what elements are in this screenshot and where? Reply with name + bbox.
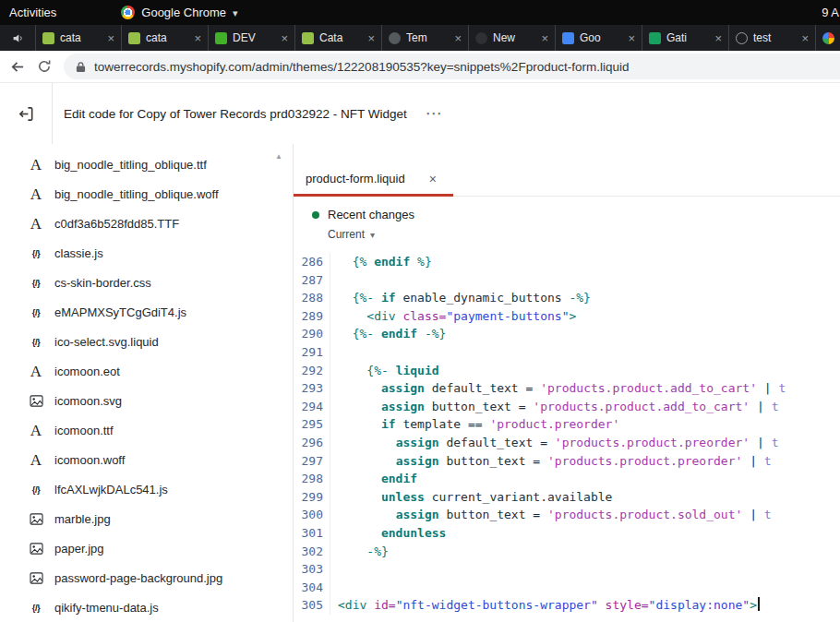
code-text: if template == 'product.preorder': [330, 415, 619, 434]
file-name: eMAPMXSyTCgGdiT4.js: [54, 305, 186, 319]
code-line[interactable]: 294 assign button_text = 'products.produ…: [294, 398, 840, 416]
code-line[interactable]: 304: [294, 579, 840, 597]
file-name: icomoon.eot: [54, 365, 120, 378]
browser-tab[interactable]: cata: [122, 25, 209, 51]
file-name: ico-select.svg.liquid: [54, 335, 159, 349]
browser-tab[interactable]: Goo: [556, 25, 642, 51]
code-line[interactable]: 286 {% endif %}: [294, 253, 840, 271]
tab-title: DEV: [233, 31, 275, 44]
file-item[interactable]: {/}ico-select.svg.liquid: [0, 327, 293, 356]
line-number: 302: [294, 543, 330, 561]
code-line[interactable]: 288 {%- if enable_dynamic_buttons -%}: [294, 289, 840, 307]
browser-tab[interactable]: [816, 25, 840, 51]
file-item[interactable]: {/}classie.js: [0, 238, 293, 268]
code-text: {% endif %}: [330, 253, 432, 271]
code-editor[interactable]: 286 {% endif %}287288 {%- if enable_dyna…: [294, 250, 840, 622]
code-line[interactable]: 291: [294, 343, 840, 362]
tab-close-icon[interactable]: [541, 31, 548, 45]
file-item[interactable]: icomoon.svg: [0, 386, 293, 415]
code-line[interactable]: 289 <div class="payment-buttons">: [294, 307, 840, 326]
file-item[interactable]: Abig_noodle_titling_oblique.woff: [0, 179, 293, 209]
shopify-favicon: [42, 32, 54, 44]
font-file-icon: A: [28, 157, 44, 173]
tab-close-icon[interactable]: [281, 31, 288, 45]
file-item[interactable]: Aicomoon.woff: [0, 445, 293, 474]
code-text: assign default_text = 'products.product.…: [330, 434, 778, 452]
line-number: 298: [294, 470, 330, 488]
more-actions-button[interactable]: [426, 83, 443, 144]
tab-close-icon[interactable]: [714, 31, 722, 45]
tab-list: catacataDEVCataTemNewGooGatitest: [35, 25, 840, 51]
address-bar-input[interactable]: towerrecords.myshopify.com/admin/themes/…: [64, 54, 840, 79]
system-clock[interactable]: 9 A: [822, 6, 840, 19]
file-item[interactable]: marble.jpg: [0, 504, 293, 533]
code-line[interactable]: 299 unless current_variant.available: [294, 488, 840, 507]
line-number: 296: [294, 434, 330, 452]
browser-tab[interactable]: Cata: [295, 25, 382, 51]
code-line[interactable]: 298 endif: [294, 470, 840, 488]
code-line[interactable]: 305<div id="nft-widget-buttons-wrapper" …: [294, 596, 840, 615]
tab-close-icon[interactable]: [194, 31, 201, 45]
code-line[interactable]: 296 assign default_text = 'products.prod…: [294, 434, 840, 452]
code-line[interactable]: 290 {%- endif -%}: [294, 325, 840, 343]
file-item[interactable]: password-page-background.jpg: [0, 563, 293, 592]
main-content: Abig_noodle_titling_oblique.ttfAbig_nood…: [0, 144, 840, 622]
file-item[interactable]: Aicomoon.ttf: [0, 415, 293, 445]
code-text: assign button_text = 'products.product.a…: [330, 398, 778, 416]
exit-code-editor-button[interactable]: [0, 83, 53, 144]
browser-tab[interactable]: DEV: [209, 25, 295, 51]
line-number: 292: [294, 362, 330, 380]
file-item[interactable]: {/}lfcAXLwjkDALc541.js: [0, 474, 293, 504]
browser-tab[interactable]: New: [469, 25, 556, 51]
code-line[interactable]: 303: [294, 560, 840, 579]
code-text: [330, 560, 338, 579]
file-tab-product-form[interactable]: product-form.liquid: [294, 163, 453, 197]
file-name: paper.jpg: [54, 542, 104, 556]
tab-close-icon[interactable]: [367, 31, 375, 45]
browser-tab[interactable]: test: [729, 25, 816, 51]
file-item[interactable]: {/}cs-skin-border.css: [0, 268, 293, 297]
line-number: 295: [294, 415, 330, 434]
code-line[interactable]: 301 endunless: [294, 524, 840, 543]
code-text: endif: [330, 470, 417, 488]
reload-icon[interactable]: [37, 59, 52, 74]
browser-tab[interactable]: Gati: [642, 25, 729, 51]
file-item[interactable]: {/}eMAPMXSyTCgGdiT4.js: [0, 297, 293, 327]
scroll-up-icon[interactable]: [275, 146, 282, 162]
browser-tab[interactable]: Tem: [382, 25, 469, 51]
lock-icon[interactable]: [76, 61, 86, 73]
code-line[interactable]: 297 assign button_text = 'products.produ…: [294, 452, 840, 471]
close-icon[interactable]: [429, 172, 437, 186]
tab-close-icon[interactable]: [107, 31, 114, 45]
file-item[interactable]: Aicomoon.eot: [0, 356, 293, 386]
browser-tab[interactable]: cata: [35, 25, 122, 51]
tab-close-icon[interactable]: [454, 31, 462, 45]
page-title: Edit code for Copy of Tower Records prd0…: [64, 83, 407, 144]
app-menu-button[interactable]: Google Chrome: [121, 6, 237, 19]
shopify-favicon: [128, 32, 140, 44]
file-item[interactable]: {/}qikify-tmenu-data.js: [0, 592, 293, 622]
font-file-icon: A: [28, 364, 44, 379]
version-dropdown[interactable]: Current: [328, 228, 840, 241]
line-number: 299: [294, 488, 330, 507]
file-item[interactable]: Ac0df3a6b528fdd85.TTF: [0, 209, 293, 238]
tab-close-icon[interactable]: [801, 31, 809, 45]
file-item[interactable]: paper.jpg: [0, 533, 293, 563]
code-line[interactable]: 295 if template == 'product.preorder': [294, 415, 840, 434]
speaker-icon[interactable]: [0, 25, 35, 51]
activities-button[interactable]: Activities: [0, 6, 67, 19]
line-number: 294: [294, 398, 330, 416]
code-line[interactable]: 287: [294, 271, 840, 290]
code-line[interactable]: 292 {%- liquid: [294, 362, 840, 380]
app-menu-label: Google Chrome: [141, 6, 226, 19]
browser-tab-strip: catacataDEVCataTemNewGooGatitest: [0, 25, 840, 51]
back-icon[interactable]: [9, 59, 25, 75]
code-file-icon: {/}: [28, 337, 44, 347]
code-line[interactable]: 302 -%}: [294, 543, 840, 561]
file-item[interactable]: Abig_noodle_titling_oblique.ttf: [0, 150, 293, 179]
code-line[interactable]: 293 assign default_text = 'products.prod…: [294, 379, 840, 398]
line-number: 293: [294, 379, 330, 398]
tab-close-icon[interactable]: [628, 31, 635, 45]
code-line[interactable]: 300 assign button_text = 'products.produ…: [294, 506, 840, 524]
file-name: big_noodle_titling_oblique.woff: [54, 187, 219, 201]
